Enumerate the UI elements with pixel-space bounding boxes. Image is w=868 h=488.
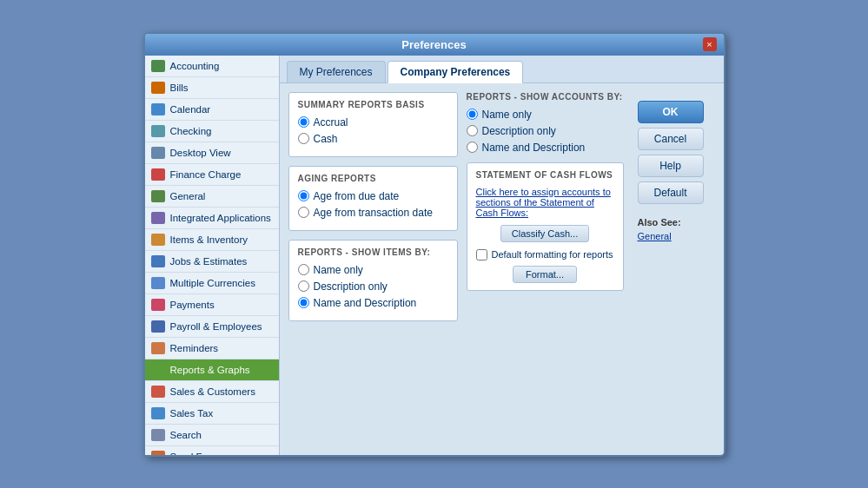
radio-cash[interactable] — [298, 133, 309, 144]
aging-reports-section: AGING REPORTS Age from due dateAge from … — [288, 166, 458, 231]
radio-name_desc[interactable] — [467, 142, 478, 153]
sidebar-item-reminders[interactable]: Reminders — [145, 338, 279, 359]
sidebar-item-search[interactable]: Search — [145, 425, 279, 446]
help-button[interactable]: Help — [638, 155, 704, 177]
sidebar-icon — [150, 298, 166, 312]
sidebar-item-label: Accounting — [170, 61, 220, 71]
sidebar-icon — [150, 81, 166, 95]
statement-title: STATEMENT OF CASH FLOWS — [476, 170, 614, 180]
sidebar-icon — [150, 59, 166, 73]
right-panel: REPORTS - SHOW ACCOUNTS BY: Name onlyDes… — [467, 92, 624, 446]
radio-due_date[interactable] — [298, 190, 309, 201]
sidebar-icon — [150, 428, 166, 442]
title-bar: Preferences × — [145, 34, 724, 56]
sidebar-item-items--inventory[interactable]: Items & Inventory — [145, 229, 279, 251]
sidebar-item-multiple-currencies[interactable]: Multiple Currencies — [145, 273, 279, 294]
sidebar-item-label: Reports & Graphs — [170, 365, 250, 375]
tab-company-preferences[interactable]: Company Preferences — [388, 61, 524, 83]
sidebar-item-sales-tax[interactable]: Sales Tax — [145, 403, 279, 425]
radio-transaction_date[interactable] — [298, 207, 309, 218]
format-button[interactable]: Format... — [513, 266, 577, 283]
sidebar-item-calendar[interactable]: Calendar — [145, 99, 279, 121]
sidebar-icon — [150, 233, 166, 247]
radio-row-desc_only: Description only — [298, 280, 448, 293]
radio-row-transaction_date: Age from transaction date — [298, 207, 448, 219]
radio-desc_only[interactable] — [298, 280, 309, 292]
sidebar-icon — [150, 124, 166, 138]
sidebar-item-label: Jobs & Estimates — [170, 256, 248, 267]
close-button[interactable]: × — [703, 37, 717, 51]
sidebar-icon — [150, 276, 166, 290]
radio-label-due_date: Age from due date — [314, 190, 400, 202]
sidebar-item-integrated-applications[interactable]: Integrated Applications — [145, 208, 279, 229]
reports-show-accounts-section: REPORTS - SHOW ACCOUNTS BY: Name onlyDes… — [467, 92, 624, 154]
summary-reports-title: SUMMARY REPORTS BASIS — [298, 100, 448, 109]
sidebar-item-label: Search — [170, 430, 202, 440]
reports-show-items-title: REPORTS - SHOW ITEMS BY: — [298, 247, 448, 257]
radio-row-cash: Cash — [298, 133, 448, 145]
ok-button[interactable]: OK — [638, 101, 704, 123]
sidebar-item-jobs--estimates[interactable]: Jobs & Estimates — [145, 251, 279, 273]
sidebar-item-send-forms[interactable]: Send Forms — [145, 446, 279, 455]
radio-label-transaction_date: Age from transaction date — [314, 207, 433, 219]
radio-label-desc_only: Description only — [314, 280, 388, 293]
classify-cash-button[interactable]: Classify Cash... — [500, 225, 589, 242]
radio-row-name_only: Name only — [298, 264, 448, 276]
sidebar-item-checking[interactable]: Checking — [145, 121, 279, 142]
sidebar-item-label: Desktop View — [170, 148, 231, 158]
statement-link[interactable]: Click here to assign accounts to section… — [476, 187, 614, 218]
radio-label-desc_only: Description only — [482, 125, 556, 137]
sidebar-item-label: Checking — [170, 126, 212, 136]
also-see-section: Also See: General — [638, 217, 710, 241]
reports-show-items-section: REPORTS - SHOW ITEMS BY: Name onlyDescri… — [288, 240, 458, 321]
sidebar-icon — [150, 385, 166, 399]
sidebar-item-payroll--employees[interactable]: Payroll & Employees — [145, 316, 279, 338]
sidebar-icon — [150, 320, 166, 333]
sidebar-item-finance-charge[interactable]: Finance Charge — [145, 164, 279, 186]
radio-label-name_desc: Name and Description — [314, 297, 417, 309]
radio-name_desc[interactable] — [298, 297, 309, 308]
sidebar-item-label: Calendar — [170, 104, 211, 115]
radio-label-name_only: Name only — [482, 109, 532, 121]
sidebar-icon — [150, 211, 166, 225]
radio-accrual[interactable] — [298, 116, 309, 128]
sidebar-item-label: Items & Inventory — [170, 234, 248, 245]
sidebar-item-bills[interactable]: Bills — [145, 77, 279, 99]
sidebar-item-label: Finance Charge — [170, 169, 242, 180]
sidebar-icon — [150, 406, 166, 420]
sidebar-item-label: Payments — [170, 300, 215, 310]
radio-row-name_desc: Name and Description — [298, 297, 448, 309]
radio-label-cash: Cash — [314, 133, 338, 145]
sidebar-icon — [150, 341, 166, 355]
radio-label-name_desc: Name and Description — [482, 142, 586, 154]
sidebar-icon — [150, 168, 166, 181]
radio-row-name_only: Name only — [467, 109, 624, 121]
sidebar-item-label: Bills — [170, 82, 189, 93]
sidebar-icon — [150, 146, 166, 160]
tab-my-preferences[interactable]: My Preferences — [287, 61, 386, 82]
sidebar-item-label: Sales Tax — [170, 408, 214, 419]
sidebar-item-accounting[interactable]: Accounting — [145, 56, 279, 77]
sidebar-item-general[interactable]: General — [145, 186, 279, 208]
sidebar-item-sales--customers[interactable]: Sales & Customers — [145, 381, 279, 403]
sidebar-item-label: Payroll & Employees — [170, 321, 262, 332]
cancel-button[interactable]: Cancel — [638, 128, 704, 150]
sidebar-item-reports--graphs[interactable]: Reports & Graphs — [145, 359, 279, 381]
radio-desc_only[interactable] — [467, 125, 478, 136]
sidebar-icon — [150, 254, 166, 268]
aging-reports-title: AGING REPORTS — [298, 174, 448, 183]
sidebar-item-label: Integrated Applications — [170, 213, 271, 223]
sidebar-item-label: Reminders — [170, 343, 219, 353]
sidebar-item-payments[interactable]: Payments — [145, 294, 279, 316]
default-formatting-checkbox[interactable] — [476, 249, 487, 260]
tabs-bar: My Preferences Company Preferences — [280, 56, 724, 83]
radio-label-accrual: Accrual — [314, 116, 348, 129]
radio-name_only[interactable] — [467, 109, 478, 120]
sidebar-icon — [150, 450, 166, 455]
default-button[interactable]: Default — [638, 181, 704, 204]
preferences-dialog: Preferences × AccountingBillsCalendarChe… — [143, 32, 726, 457]
sidebar-item-desktop-view[interactable]: Desktop View — [145, 142, 279, 164]
main-content: My Preferences Company Preferences SUMMA… — [280, 56, 724, 455]
radio-name_only[interactable] — [298, 264, 309, 275]
general-link[interactable]: General — [638, 231, 710, 241]
